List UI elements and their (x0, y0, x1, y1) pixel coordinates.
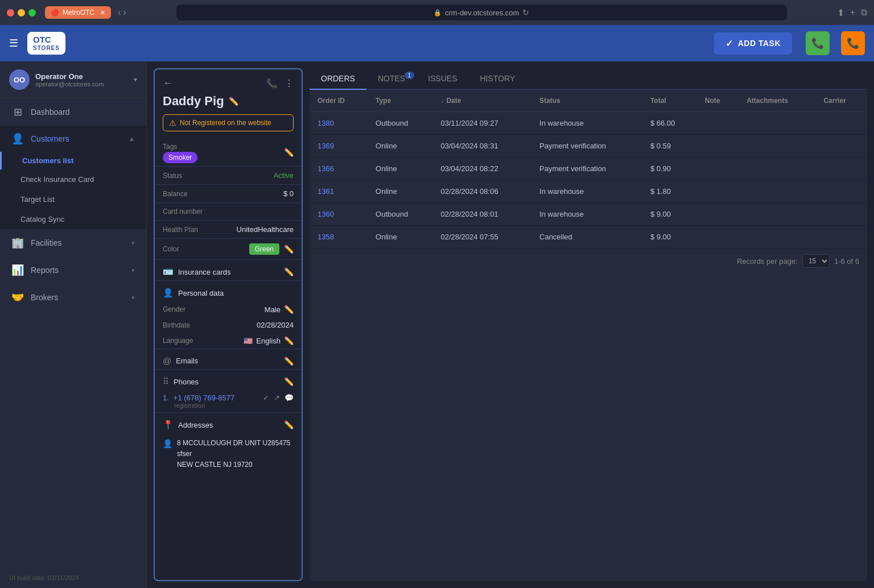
cell-date: 02/28/2024 08:01 (432, 203, 531, 226)
forward-arrow-icon[interactable]: › (123, 7, 126, 18)
edit-gender-icon[interactable]: ✏️ (284, 305, 294, 314)
cell-order-id[interactable]: 1358 (310, 226, 368, 249)
order-link[interactable]: 1369 (318, 142, 334, 150)
edit-color-icon[interactable]: ✏️ (284, 245, 294, 254)
color-label: Color (163, 245, 179, 253)
user-chevron-icon: ▾ (134, 76, 137, 84)
phone-outgoing-button[interactable]: 📞 (841, 31, 865, 55)
gender-value: Male (265, 305, 281, 314)
status-label: Status (163, 172, 182, 180)
main-layout: OO Operator One operator@otcstores.com ▾… (0, 61, 874, 588)
cell-note (697, 226, 739, 249)
cell-order-id[interactable]: 1366 (310, 158, 368, 180)
language-value-row: 🇺🇸 English ✏️ (244, 336, 294, 345)
hamburger-menu-icon[interactable]: ☰ (9, 37, 18, 49)
tab-close-icon[interactable]: ✕ (100, 9, 105, 16)
content-area: ← 📞 ⋮ Daddy Pig ✏️ ⚠ Not Registered on t… (147, 61, 874, 588)
sidebar-item-target-list[interactable]: Target List (0, 189, 146, 209)
cell-order-id[interactable]: 1360 (310, 203, 368, 226)
order-link[interactable]: 1361 (318, 187, 334, 196)
browser-tab[interactable]: 🔴 MetroOTC ✕ (45, 6, 111, 19)
cell-total: $ 9.00 (642, 226, 697, 249)
sidebar-item-dashboard[interactable]: ⊞ Dashboard (0, 98, 146, 126)
nav-arrows[interactable]: ‹ › (118, 7, 126, 18)
cell-date: 02/28/2024 08:06 (432, 180, 531, 203)
color-value-button[interactable]: Green (249, 243, 279, 255)
table-row[interactable]: 1361 Online 02/28/2024 08:06 In warehous… (310, 180, 867, 203)
sidebar-item-check-insurance[interactable]: Check Insurance Card (0, 169, 146, 189)
edit-insurance-icon[interactable]: ✏️ (284, 267, 294, 276)
health-plan-row: Health Plan UnitedHealthcare (155, 220, 302, 238)
tag-pill[interactable]: Smoker (163, 152, 197, 163)
table-row[interactable]: 1380 Outbound 03/11/2024 09:27 In wareho… (310, 112, 867, 135)
language-row: Language 🇺🇸 English ✏️ (155, 333, 302, 349)
per-page-select[interactable]: 15 25 50 (802, 254, 830, 268)
personal-data-section: 👤 Personal data (155, 280, 302, 301)
col-date[interactable]: ↓Date (432, 90, 531, 112)
minimize-button[interactable] (18, 9, 25, 16)
cell-attachments (739, 203, 815, 226)
customers-icon: 👤 (11, 132, 24, 145)
table-row[interactable]: 1360 Outbound 02/28/2024 08:01 In wareho… (310, 203, 867, 226)
back-arrow-icon[interactable]: ‹ (118, 7, 121, 18)
phone-verify-icon[interactable]: ✓ (263, 394, 269, 402)
user-section[interactable]: OO Operator One operator@otcstores.com ▾ (0, 61, 146, 98)
order-link[interactable]: 1358 (318, 233, 334, 241)
order-link[interactable]: 1366 (318, 164, 334, 173)
more-options-icon[interactable]: ⋮ (285, 78, 294, 89)
logo-otc-text: OTC (33, 35, 60, 45)
reload-icon[interactable]: ↻ (522, 8, 529, 17)
close-button[interactable] (7, 9, 14, 16)
table-row[interactable]: 1369 Online 03/04/2024 08:31 Payment ver… (310, 135, 867, 158)
cell-order-id[interactable]: 1369 (310, 135, 368, 158)
add-task-button[interactable]: ✓ ADD TASK (714, 32, 792, 55)
table-row[interactable]: 1366 Online 03/04/2024 08:22 Payment ver… (310, 158, 867, 180)
phone-incoming-button[interactable]: 📞 (806, 31, 830, 55)
tab-notes[interactable]: NOTES 1 (366, 68, 417, 89)
cell-order-id[interactable]: 1361 (310, 180, 368, 203)
windows-icon[interactable]: ⧉ (861, 7, 867, 18)
tab-issues[interactable]: ISSUES (417, 68, 468, 89)
url-bar[interactable]: 🔒 crm-dev.otcstores.com ↻ (176, 5, 787, 20)
back-button[interactable]: ← (163, 77, 173, 89)
phone-edit-icon[interactable]: ↗ (274, 394, 280, 402)
edit-phones-icon[interactable]: ✏️ (284, 377, 294, 386)
edit-addresses-icon[interactable]: ✏️ (284, 420, 294, 429)
new-tab-icon[interactable]: + (850, 7, 855, 18)
phone-message-icon[interactable]: 💬 (285, 394, 294, 402)
sidebar-item-brokers[interactable]: 🤝 Brokers ▾ (0, 284, 146, 311)
table-row[interactable]: 1358 Online 02/28/2024 07:55 Cancelled $… (310, 226, 867, 249)
phone-item: 1. +1 (678) 769-8577 ✓ ↗ 💬 registration (155, 390, 302, 412)
status-row: Status Active (155, 166, 302, 184)
col-note: Note (697, 90, 739, 112)
cell-status: In warehouse (531, 203, 642, 226)
gender-label: Gender (163, 305, 185, 313)
addresses-section: 📍 Addresses ✏️ (155, 412, 302, 433)
cell-note (697, 203, 739, 226)
edit-tags-icon[interactable]: ✏️ (284, 148, 294, 157)
sidebar-item-customers-list[interactable]: Customers list (0, 152, 146, 169)
share-icon[interactable]: ⬆ (837, 7, 844, 18)
cell-order-id[interactable]: 1380 (310, 112, 368, 135)
sidebar-item-catalog-sync[interactable]: Catalog Sync (0, 209, 146, 229)
sidebar-item-customers[interactable]: 👤 Customers ▲ (0, 126, 146, 152)
pagination-text: 1-6 of 6 (834, 257, 859, 266)
order-link[interactable]: 1360 (318, 210, 334, 218)
phone-icon[interactable]: 📞 (266, 78, 278, 89)
user-info: Operator One operator@otcstores.com (35, 72, 128, 88)
fullscreen-button[interactable] (28, 9, 36, 16)
sidebar-item-reports[interactable]: 📊 Reports ▾ (0, 256, 146, 284)
order-link[interactable]: 1380 (318, 119, 334, 127)
traffic-lights[interactable] (7, 9, 36, 16)
reports-arrow-icon: ▾ (131, 267, 135, 274)
sidebar-item-facilities[interactable]: 🏢 Facilities ▾ (0, 229, 146, 256)
tab-orders[interactable]: ORDERS (310, 68, 366, 90)
orders-table: Order ID Type ↓Date Status Total Note At… (310, 90, 867, 249)
app-logo: OTC STORES (27, 32, 65, 55)
edit-language-icon[interactable]: ✏️ (284, 336, 294, 345)
edit-name-icon[interactable]: ✏️ (229, 97, 238, 106)
edit-emails-icon[interactable]: ✏️ (284, 357, 294, 366)
check-insurance-label: Check Insurance Card (20, 175, 94, 184)
cell-status: Payment verification (531, 158, 642, 180)
tab-history[interactable]: HISTORY (469, 68, 527, 89)
